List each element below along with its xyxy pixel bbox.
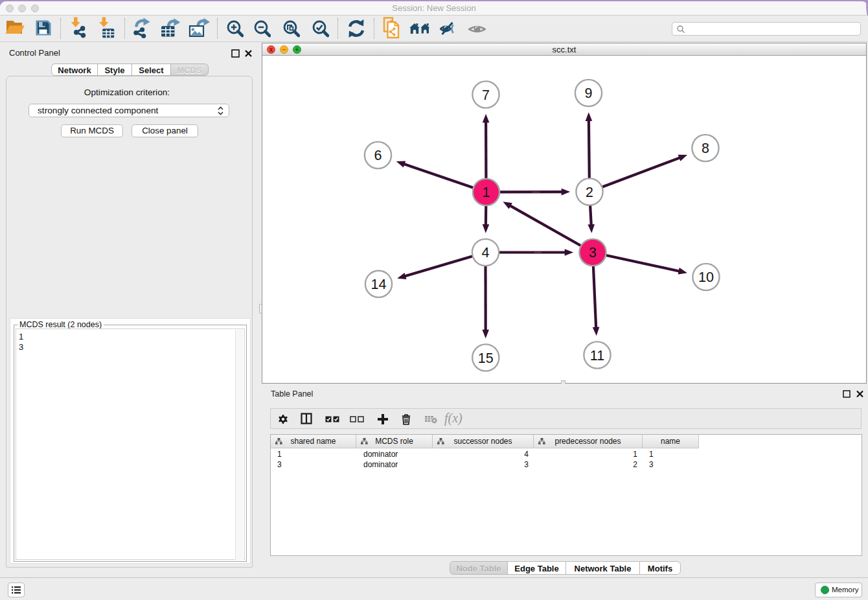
svg-text:15: 15 (478, 351, 494, 366)
svg-text:14: 14 (371, 277, 387, 292)
svg-text:2: 2 (586, 185, 593, 200)
svg-text:8: 8 (702, 141, 709, 156)
svg-text:3: 3 (589, 245, 597, 260)
svg-text:6: 6 (374, 148, 382, 163)
svg-text:7: 7 (482, 87, 490, 103)
svg-text:11: 11 (590, 348, 604, 363)
svg-text:1: 1 (483, 185, 490, 200)
svg-text:10: 10 (698, 270, 714, 285)
svg-text:9: 9 (585, 86, 593, 101)
svg-text:4: 4 (482, 245, 490, 260)
